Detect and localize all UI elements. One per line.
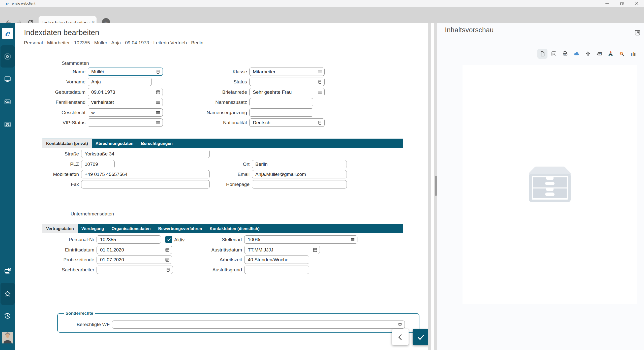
geburtsdatum-field[interactable] xyxy=(88,88,163,96)
namensergaenzung-label: Namensergänzung xyxy=(184,110,249,115)
sidebar-item-objectsearch[interactable] xyxy=(1,45,15,68)
database-lookup-icon[interactable] xyxy=(165,267,171,273)
calendar-icon[interactable] xyxy=(312,247,318,253)
plz-field[interactable] xyxy=(81,160,115,168)
sidebar-item-history[interactable] xyxy=(1,305,15,327)
klasse-label: Klasse xyxy=(184,69,249,75)
mobiltelefon-field[interactable] xyxy=(81,170,210,178)
probezeitende-field[interactable] xyxy=(97,256,172,264)
fax-field[interactable] xyxy=(81,180,210,188)
list-picker-icon[interactable] xyxy=(350,237,355,242)
database-lookup-icon[interactable] xyxy=(155,69,161,75)
vorname-field[interactable] xyxy=(88,78,152,86)
geschlecht-field[interactable] xyxy=(88,108,163,117)
tab-vertragsdaten[interactable]: Vertragsdaten xyxy=(42,224,78,233)
fax-label: Fax xyxy=(44,182,81,187)
sidebar-item-inbox[interactable] xyxy=(1,113,15,136)
preview-barchart-icon[interactable] xyxy=(628,49,638,59)
sidebar-item-desktop[interactable] xyxy=(1,68,15,90)
scrollbar-track[interactable] xyxy=(434,23,437,350)
probezeitende-label: Probezeitende xyxy=(44,257,97,263)
preview-pdf-icon[interactable] xyxy=(560,49,570,59)
sidebar-item-upload[interactable] xyxy=(1,260,15,282)
app-title: enaio webclient xyxy=(12,2,35,5)
geburtsdatum-label: Geburtsdatum xyxy=(22,89,88,95)
back-step-button[interactable] xyxy=(392,329,409,345)
minimize-button[interactable] xyxy=(603,1,611,6)
database-lookup-icon[interactable] xyxy=(317,79,323,85)
austrittsgrund-label: Austrittsgrund xyxy=(192,267,244,273)
eintrittsdatum-field[interactable] xyxy=(97,246,172,254)
preview-upload-arrow-icon[interactable] xyxy=(583,49,593,59)
list-picker-icon[interactable] xyxy=(155,120,161,125)
kontaktdaten-groupbox: Kontaktdaten (privat) Abrechnungsdaten B… xyxy=(42,139,403,195)
austrittsdatum-field[interactable] xyxy=(244,246,320,254)
panel-splitter[interactable] xyxy=(428,23,431,350)
calendar-icon[interactable] xyxy=(165,257,170,263)
email-field[interactable] xyxy=(252,170,347,178)
nationalitaet-field[interactable] xyxy=(249,118,325,127)
preview-cloud-icon[interactable] xyxy=(571,49,581,59)
list-picker-icon[interactable] xyxy=(317,89,323,95)
personal-nr-field[interactable] xyxy=(97,235,161,244)
calendar-icon[interactable] xyxy=(165,247,170,253)
sidebar-item-favorites[interactable] xyxy=(1,283,15,305)
familienstand-label: Familienstand xyxy=(22,100,88,105)
familienstand-field[interactable] xyxy=(88,98,163,106)
strasse-field[interactable] xyxy=(81,150,210,158)
tab-bewerbungsverfahren[interactable]: Bewerbungsverfahren xyxy=(155,224,206,233)
aktiv-label: Aktiv xyxy=(174,237,185,243)
tab-organisationsdaten[interactable]: Organisationsdaten xyxy=(108,224,155,233)
calendar-icon[interactable] xyxy=(155,89,161,95)
list-picker-icon[interactable] xyxy=(155,100,161,105)
user-avatar[interactable] xyxy=(2,332,13,343)
database-lookup-icon[interactable] xyxy=(317,120,323,125)
tab-werdegang[interactable]: Werdegang xyxy=(78,224,108,233)
tab-kontaktdaten-dienstlich[interactable]: Kontaktdaten (dienstlich) xyxy=(206,224,263,233)
berechtigte-wf-field[interactable] xyxy=(112,321,405,329)
homepage-field[interactable] xyxy=(252,180,347,188)
tab-berechtigungen[interactable]: Berechtigungen xyxy=(137,139,176,148)
preview-content-area xyxy=(463,65,637,304)
ort-label: Ort xyxy=(214,162,252,167)
sidebar: e xyxy=(0,23,15,350)
briefanrede-label: Briefanrede xyxy=(184,89,249,95)
ort-field[interactable] xyxy=(252,160,347,168)
austrittsgrund-field[interactable] xyxy=(244,266,309,274)
application-window: e enaio webclient Indexdaten bearbeiten … xyxy=(0,0,644,350)
preview-gear-wand-icon[interactable] xyxy=(617,49,627,59)
sidebar-item-search[interactable] xyxy=(1,91,15,113)
plz-label: PLZ xyxy=(44,162,81,167)
status-field[interactable] xyxy=(249,78,325,86)
preview-email-icon[interactable] xyxy=(594,49,604,59)
sonderrechte-legend: Sonderrechte xyxy=(64,311,95,316)
tab-abrechnungsdaten[interactable]: Abrechnungsdaten xyxy=(92,139,137,148)
tab-kontaktdaten-privat[interactable]: Kontaktdaten (privat) xyxy=(42,139,92,148)
name-field[interactable] xyxy=(88,68,163,76)
namenszusatz-field[interactable] xyxy=(249,98,313,106)
namensergaenzung-field[interactable] xyxy=(249,108,313,117)
popout-icon[interactable] xyxy=(634,29,641,36)
scrollbar-thumb[interactable] xyxy=(435,176,437,196)
aktiv-checkbox[interactable] xyxy=(165,236,172,243)
vertragsdaten-groupbox: Vertragsdaten Werdegang Organisationsdat… xyxy=(42,224,403,306)
stellenart-field[interactable] xyxy=(244,235,357,244)
list-picker-icon[interactable] xyxy=(155,110,161,115)
preview-details-icon[interactable] xyxy=(549,49,559,59)
enaio-logo-tile[interactable]: e xyxy=(2,28,13,39)
save-confirm-button[interactable] xyxy=(413,329,429,345)
people-picker-icon[interactable] xyxy=(397,322,403,327)
preview-orgchart-icon[interactable] xyxy=(605,49,616,59)
list-picker-icon[interactable] xyxy=(317,69,323,75)
arbeitszeit-field[interactable] xyxy=(244,256,309,264)
enaio-logo-icon: e xyxy=(5,1,9,6)
status-label: Status xyxy=(184,79,249,85)
vip-status-field[interactable] xyxy=(88,118,163,127)
sachbearbeiter-field[interactable] xyxy=(97,266,173,274)
briefanrede-field[interactable] xyxy=(249,88,325,96)
close-button[interactable] xyxy=(633,1,640,6)
preview-document-icon[interactable] xyxy=(537,49,547,59)
klasse-field[interactable] xyxy=(249,68,325,76)
restore-button[interactable] xyxy=(618,1,626,6)
content-preview-panel: Inhaltsvorschau xyxy=(437,23,644,350)
